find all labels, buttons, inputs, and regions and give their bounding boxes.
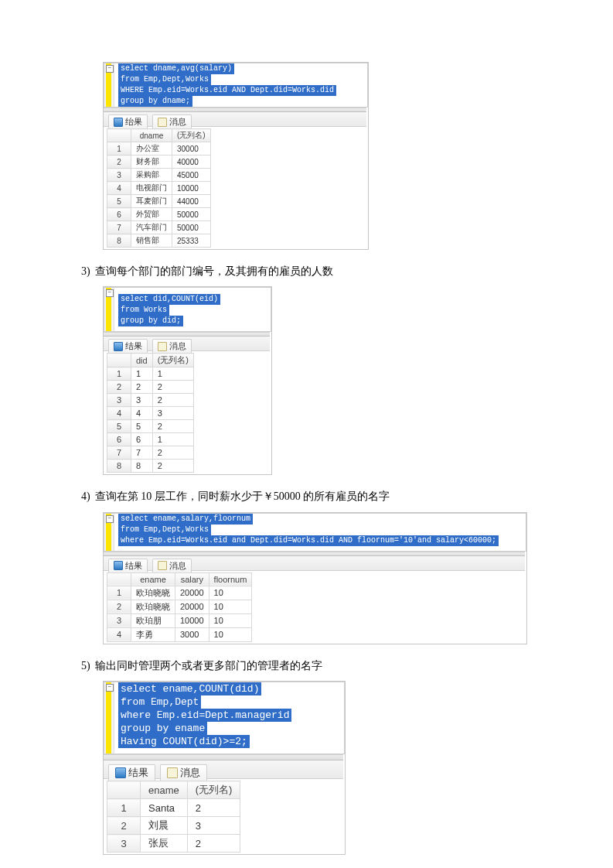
sql-line: where Emp.eid=Works.eid and Dept.did=Wor… bbox=[118, 535, 499, 546]
table-row: 2财务部40000 bbox=[107, 155, 211, 169]
tab-messages[interactable]: 消息 bbox=[160, 764, 207, 781]
sql-line: select ename,salary,floornum bbox=[118, 514, 253, 525]
result-grid[interactable]: did(无列名) 111 222 332 443 552 661 772 882 bbox=[107, 353, 194, 473]
tab-results[interactable]: 结果 bbox=[108, 559, 148, 572]
table-row: 4李勇300010 bbox=[107, 627, 252, 641]
sql-line: Having COUNT(did)>=2; bbox=[118, 735, 250, 748]
heading-5: 5)输出同时管理两个或者更多部门的管理者的名字 bbox=[81, 658, 543, 675]
message-icon bbox=[158, 118, 167, 127]
grid-icon bbox=[114, 561, 123, 570]
sql-line: from Emp,Dept,Works bbox=[118, 74, 211, 85]
result-grid[interactable]: enamesalaryfloornum 1欧珀晓晓2000010 2欧珀晓晓20… bbox=[107, 572, 252, 642]
sql-line: group by dname; bbox=[118, 96, 192, 107]
tab-results[interactable]: 结果 bbox=[108, 339, 148, 353]
message-icon bbox=[167, 767, 178, 778]
result-tabs: 结果 消息 bbox=[104, 556, 525, 571]
heading-3: 3)查询每个部门的部门编号，及其拥有的雇员的人数 bbox=[81, 263, 543, 280]
table-row: 5耳麦部门44000 bbox=[107, 195, 211, 208]
sql-line: from Emp,Dept,Works bbox=[118, 525, 211, 535]
table-row: 1办公室30000 bbox=[107, 142, 211, 155]
table-row: 772 bbox=[107, 446, 194, 460]
sql-line: group by ename bbox=[118, 722, 207, 735]
sql-line: select ename,COUNT(did) bbox=[118, 682, 261, 695]
table-row: 111 bbox=[107, 367, 194, 381]
table-row: 1欧珀晓晓2000010 bbox=[107, 586, 252, 600]
sql-editor[interactable]: − select dname,avg(salary) from Emp,Dept… bbox=[104, 63, 368, 108]
message-icon bbox=[158, 561, 167, 570]
table-row: 222 bbox=[107, 381, 194, 394]
table-row: 552 bbox=[107, 420, 194, 433]
table-row: 661 bbox=[107, 433, 194, 446]
table-row: 882 bbox=[107, 460, 194, 473]
sql-line: from Works bbox=[118, 305, 169, 316]
sql-editor[interactable]: − select ename,COUNT(did) from Emp,Dept … bbox=[104, 682, 345, 754]
tab-results[interactable]: 结果 bbox=[108, 764, 155, 781]
collapse-icon[interactable]: − bbox=[106, 65, 114, 73]
table-row: 2刘晨3 bbox=[107, 817, 240, 835]
sql-line: select did,COUNT(eid) bbox=[118, 294, 220, 305]
table-row: 7汽车部门50000 bbox=[107, 221, 211, 234]
grid-icon bbox=[114, 342, 123, 351]
result-grid[interactable]: dname(无列名) 1办公室30000 2财务部40000 3采购部45000… bbox=[107, 128, 211, 248]
grid-icon bbox=[115, 767, 126, 778]
sql-line: group by did; bbox=[118, 316, 183, 326]
result-tabs: 绐果 消息 bbox=[104, 112, 366, 127]
collapse-icon[interactable]: − bbox=[106, 289, 114, 297]
panel-1: − select dname,avg(salary) from Emp,Dept… bbox=[103, 62, 369, 250]
table-row: 4电视部门10000 bbox=[107, 182, 211, 195]
sql-editor[interactable]: − select did,COUNT(eid) from Works group… bbox=[104, 287, 271, 332]
tab-messages[interactable]: 消息 bbox=[152, 114, 192, 128]
table-row: 1Santa2 bbox=[107, 799, 240, 817]
sql-line: from Emp,Dept bbox=[118, 695, 201, 709]
sql-editor[interactable]: − select ename,salary,floornum from Emp,… bbox=[104, 513, 526, 552]
panel-3: − select did,COUNT(eid) from Works group… bbox=[103, 286, 272, 475]
table-row: 443 bbox=[107, 407, 194, 420]
heading-4: 4)查询在第 10 层工作，同时薪水少于￥50000 的所有雇员的名字 bbox=[81, 488, 543, 505]
tab-messages[interactable]: 消息 bbox=[152, 339, 192, 353]
result-tabs: 结果 消息 bbox=[104, 760, 343, 779]
tab-results[interactable]: 绐果 bbox=[108, 114, 148, 128]
grid-icon bbox=[114, 118, 123, 127]
collapse-icon[interactable]: − bbox=[106, 515, 114, 523]
table-row: 8销售部25333 bbox=[107, 234, 211, 248]
table-row: 2欧珀晓晓2000010 bbox=[107, 600, 252, 613]
message-icon bbox=[158, 342, 167, 351]
tab-messages[interactable]: 消息 bbox=[152, 559, 192, 572]
sql-line: WHERE Emp.eid=Works.eid AND Dept.did=Wor… bbox=[118, 85, 336, 96]
panel-4: − select ename,salary,floornum from Emp,… bbox=[103, 512, 527, 644]
panel-5: − select ename,COUNT(did) from Emp,Dept … bbox=[103, 681, 346, 855]
collapse-icon[interactable]: − bbox=[106, 684, 114, 692]
table-row: 332 bbox=[107, 394, 194, 407]
table-row: 3采购部45000 bbox=[107, 169, 211, 182]
table-row: 6外贸部50000 bbox=[107, 208, 211, 221]
sql-line: where Emp.eid=Dept.managerid bbox=[118, 709, 291, 722]
result-tabs: 结果 消息 bbox=[104, 337, 270, 351]
table-row: 3欧珀朋1000010 bbox=[107, 613, 252, 627]
sql-line: select dname,avg(salary) bbox=[118, 63, 234, 74]
table-row: 3张辰2 bbox=[107, 835, 240, 853]
result-grid[interactable]: ename(无列名) 1Santa2 2刘晨3 3张辰2 bbox=[107, 781, 240, 853]
